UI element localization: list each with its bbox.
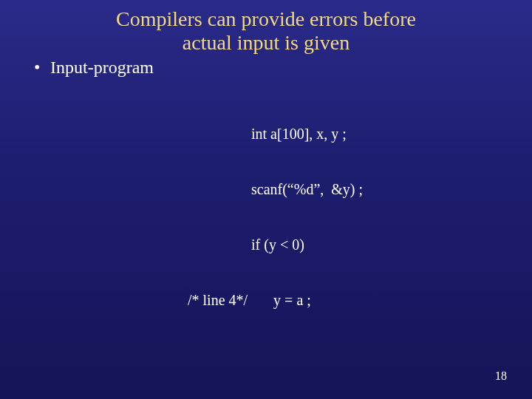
slide-title: Compilers can provide errors before actu… [30,7,502,55]
title-line-1: Compilers can provide errors before [116,7,416,30]
bullet-dot-icon: • [34,58,46,78]
bullet-input-program-label: Input-program [50,58,154,77]
code-line-4: /* line 4*/ y = a ; [251,291,502,310]
slide: Compilers can provide errors before actu… [0,0,532,399]
bullet-input-program: • Input-program [34,58,502,78]
title-line-2: actual input is given [183,31,349,54]
code-line-2: scanf(“%d”, &y) ; [251,180,502,199]
code-line-4-comment: /* line 4*/ [188,291,248,310]
code-block: int a[100], x, y ; scanf(“%d”, &y) ; if … [251,88,502,347]
slide-number: 18 [495,369,507,383]
code-line-4-code: y = a ; [248,292,311,308]
code-line-3: if (y < 0) [251,236,502,254]
code-line-1: int a[100], x, y ; [251,125,502,143]
